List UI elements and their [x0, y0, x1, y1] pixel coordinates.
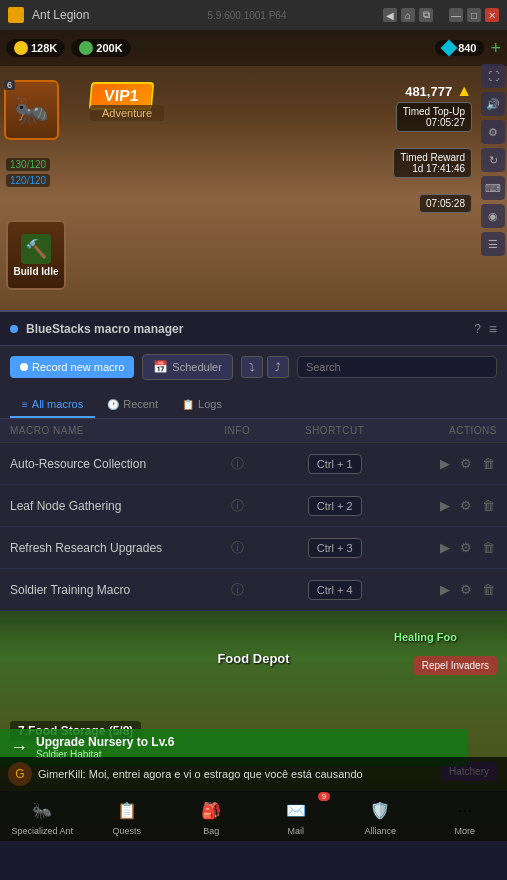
macro-actions-1: ▶ ⚙ 🗑 [400, 454, 497, 473]
recent-icon: 🕐 [107, 399, 119, 410]
build-idle-button[interactable]: 🔨 Build Idle [6, 220, 66, 290]
nav-more[interactable]: ⋯ More [423, 792, 508, 840]
play-btn-1[interactable]: ▶ [438, 454, 452, 473]
sound-btn[interactable]: 🔊 [481, 92, 505, 116]
col-header-info: INFO [205, 425, 270, 436]
all-macros-icon: ≡ [22, 399, 28, 410]
macro-row: Auto-Resource Collection ⓘ Ctrl + 1 ▶ ⚙ … [0, 443, 507, 485]
menu2-btn[interactable]: ☰ [481, 232, 505, 256]
macro-info-2[interactable]: ⓘ [205, 497, 270, 515]
macro-shortcut-4: Ctrl + 4 [270, 580, 400, 600]
nav-bag[interactable]: 🎒 Bag [169, 792, 254, 840]
repel-invaders-btn[interactable]: Repel Invaders [414, 656, 497, 675]
nav-mail[interactable]: ✉️ 9 Mail [254, 792, 339, 840]
chat-bar: G GimerKill: Moi, entrei agora e vi o es… [0, 757, 507, 791]
settings-btn-3[interactable]: ⚙ [458, 538, 474, 557]
level-badge: 6 [4, 80, 15, 90]
minimize-btn[interactable]: — [449, 8, 463, 22]
delete-btn-4[interactable]: 🗑 [480, 580, 497, 599]
delete-btn-1[interactable]: 🗑 [480, 454, 497, 473]
bottom-nav: 🐜 Specialized Ant 📋 Quests 🎒 Bag ✉️ 9 Ma… [0, 791, 507, 841]
green-icon [79, 41, 93, 55]
nav-quests-label: Quests [112, 826, 141, 836]
macro-menu-btn[interactable]: ≡ [489, 321, 497, 337]
delete-btn-3[interactable]: 🗑 [480, 538, 497, 557]
settings-btn-1[interactable]: ⚙ [458, 454, 474, 473]
macro-info-1[interactable]: ⓘ [205, 455, 270, 473]
nav-bag-label: Bag [203, 826, 219, 836]
settings-btn-4[interactable]: ⚙ [458, 580, 474, 599]
tab-logs-label: Logs [198, 398, 222, 410]
rotate-btn[interactable]: ↻ [481, 148, 505, 172]
timed-reward-event[interactable]: Timed Reward 1d 17:41:46 [393, 148, 472, 178]
help-btn[interactable]: ? [474, 322, 481, 336]
col-header-name: MACRO NAME [10, 425, 205, 436]
timed-reward-time: 1d 17:41:46 [400, 163, 465, 174]
timed-topup-time: 07:05:27 [403, 117, 465, 128]
macro-row: Soldier Training Macro ⓘ Ctrl + 4 ▶ ⚙ 🗑 [0, 569, 507, 611]
nav-more-label: More [454, 826, 475, 836]
import-btn-2[interactable]: ⤴ [267, 356, 289, 378]
macro-header: BlueStacks macro manager ? ≡ [0, 312, 507, 346]
tab-all-macros[interactable]: ≡ All macros [10, 392, 95, 418]
specialized-ant-icon: 🐜 [28, 796, 56, 824]
chat-message: GimerKill: Moi, entrei agora e vi o estr… [38, 768, 499, 780]
play-btn-3[interactable]: ▶ [438, 538, 452, 557]
macro-toolbar: Record new macro 📅 Scheduler ⤵ ⤴ [0, 346, 507, 388]
macro-search-input[interactable] [297, 356, 497, 378]
delete-btn-2[interactable]: 🗑 [480, 496, 497, 515]
import-btn-1[interactable]: ⤵ [241, 356, 263, 378]
window-controls: ◀ ⌂ ⧉ — □ ✕ [383, 8, 499, 22]
tab-logs[interactable]: 📋 Logs [170, 392, 234, 418]
nav-specialized-ant[interactable]: 🐜 Specialized Ant [0, 792, 85, 840]
timed-topup-label: Timed Top-Up [403, 106, 465, 117]
timer-value: 07:05:28 [426, 198, 465, 209]
tab-all-label: All macros [32, 398, 83, 410]
close-btn[interactable]: ✕ [485, 8, 499, 22]
repel-label: Repel Invaders [422, 660, 489, 671]
settings-btn[interactable]: ⚙ [481, 120, 505, 144]
fullscreen-btn[interactable]: ⛶ [481, 64, 505, 88]
scheduler-label: Scheduler [172, 361, 222, 373]
record-new-macro-button[interactable]: Record new macro [10, 356, 134, 378]
macro-info-3[interactable]: ⓘ [205, 539, 270, 557]
quests-icon: 📋 [113, 796, 141, 824]
macro-name-4: Soldier Training Macro [10, 583, 205, 597]
import-buttons: ⤵ ⤴ [241, 356, 289, 378]
currency-display: 481,777 ▲ [405, 82, 472, 100]
macro-info-4[interactable]: ⓘ [205, 581, 270, 599]
play-btn-4[interactable]: ▶ [438, 580, 452, 599]
nav-quests[interactable]: 📋 Quests [85, 792, 170, 840]
col-header-actions: ACTIONS [400, 425, 497, 436]
app-version: 5.9.600.1001 P64 [208, 10, 376, 21]
adventure-tab[interactable]: Adventure [90, 105, 164, 121]
play-btn-2[interactable]: ▶ [438, 496, 452, 515]
location-btn[interactable]: ◉ [481, 204, 505, 228]
macro-row: Refresh Research Upgrades ⓘ Ctrl + 3 ▶ ⚙… [0, 527, 507, 569]
timed-reward-label: Timed Reward [400, 152, 465, 163]
nav-alliance[interactable]: 🛡️ Alliance [338, 792, 423, 840]
settings-btn-2[interactable]: ⚙ [458, 496, 474, 515]
healing-label[interactable]: Healing Foo [394, 631, 457, 643]
build-icon: 🔨 [21, 234, 51, 264]
back-btn[interactable]: ◀ [383, 8, 397, 22]
scheduler-button[interactable]: 📅 Scheduler [142, 354, 233, 380]
build-idle-label: Build Idle [14, 266, 59, 277]
hp-bar-2: 120/120 [6, 174, 50, 187]
tab-recent[interactable]: 🕐 Recent [95, 392, 170, 418]
keyboard-btn[interactable]: ⌨ [481, 176, 505, 200]
right-panel: ⛶ 🔊 ⚙ ↻ ⌨ ◉ ☰ [479, 60, 507, 260]
chat-avatar: G [8, 762, 32, 786]
mail-badge: 9 [318, 792, 330, 801]
upgrade-arrow-icon: → [10, 737, 28, 758]
add-resource-btn[interactable]: + [490, 38, 501, 59]
maximize-btn[interactable]: □ [467, 8, 481, 22]
gold-icon [14, 41, 28, 55]
home-btn[interactable]: ⌂ [401, 8, 415, 22]
macro-actions-2: ▶ ⚙ 🗑 [400, 496, 497, 515]
food-depot-label[interactable]: Food Depot [217, 651, 289, 666]
currency-amount: 481,777 [405, 84, 452, 99]
timed-topup-event[interactable]: Timed Top-Up 07:05:27 [396, 102, 472, 132]
copy-btn[interactable]: ⧉ [419, 8, 433, 22]
app-name: Ant Legion [32, 8, 200, 22]
